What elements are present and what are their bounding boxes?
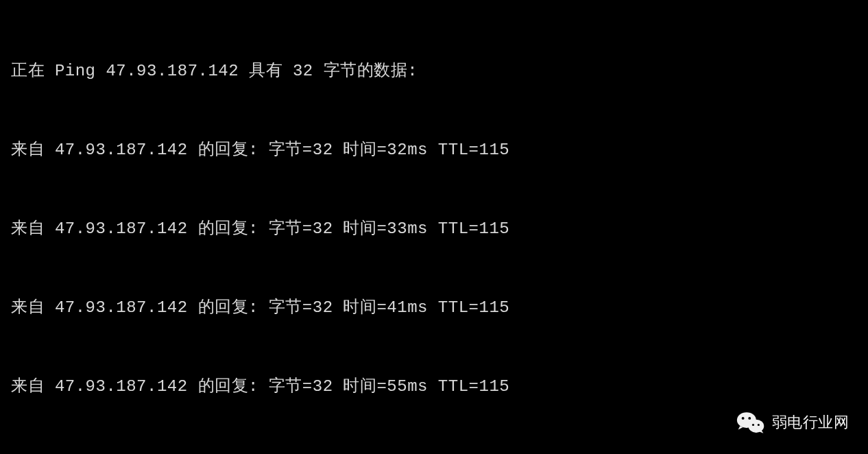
watermark: 弱电行业网 bbox=[736, 410, 849, 435]
terminal-output: 正在 Ping 47.93.187.142 具有 32 字节的数据: 来自 47… bbox=[11, 5, 857, 454]
ping-header-line: 正在 Ping 47.93.187.142 具有 32 字节的数据: bbox=[11, 58, 857, 84]
ping-reply-line: 来自 47.93.187.142 的回复: 字节=32 时间=55ms TTL=… bbox=[11, 374, 857, 400]
ping-reply-line: 来自 47.93.187.142 的回复: 字节=32 时间=32ms TTL=… bbox=[11, 137, 857, 163]
ping-reply-line: 来自 47.93.187.142 的回复: 字节=32 时间=41ms TTL=… bbox=[11, 295, 857, 321]
svg-point-3 bbox=[748, 417, 751, 420]
ping-reply-line: 来自 47.93.187.142 的回复: 字节=32 时间=33ms TTL=… bbox=[11, 216, 857, 242]
watermark-text: 弱电行业网 bbox=[772, 410, 849, 434]
svg-point-2 bbox=[741, 417, 744, 420]
wechat-icon bbox=[736, 410, 765, 435]
svg-point-5 bbox=[757, 424, 759, 426]
svg-point-4 bbox=[751, 424, 754, 426]
